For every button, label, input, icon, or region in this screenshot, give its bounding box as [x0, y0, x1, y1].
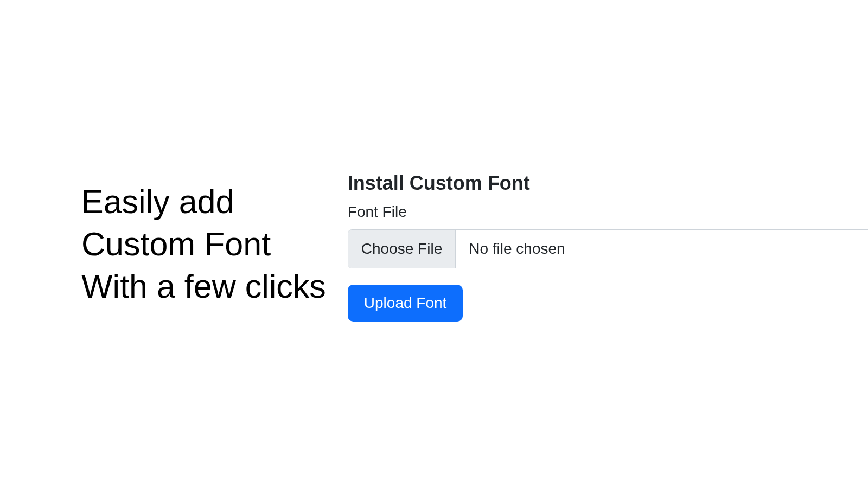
- left-panel: Easily add Custom Font With a few clicks: [0, 181, 348, 307]
- main-container: Easily add Custom Font With a few clicks…: [0, 0, 868, 488]
- headline: Easily add Custom Font With a few clicks: [81, 181, 326, 307]
- headline-line-1: Easily add: [81, 181, 326, 223]
- headline-line-3: With a few clicks: [81, 265, 326, 307]
- right-panel: Install Custom Font Font File Choose Fil…: [348, 166, 868, 322]
- file-input[interactable]: Choose File No file chosen: [348, 229, 868, 268]
- font-file-label: Font File: [348, 203, 868, 221]
- upload-font-button[interactable]: Upload Font: [348, 285, 463, 322]
- choose-file-button[interactable]: Choose File: [348, 230, 456, 268]
- headline-line-2: Custom Font: [81, 223, 326, 265]
- file-name-display: No file chosen: [456, 230, 868, 268]
- form-title: Install Custom Font: [348, 172, 868, 195]
